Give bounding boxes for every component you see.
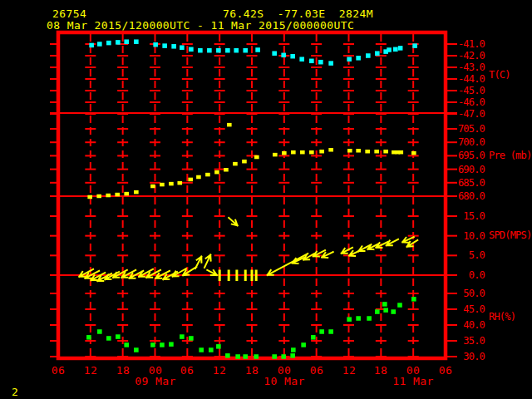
humidity-point xyxy=(116,334,121,339)
meteogram-screen: 26754 76.42S -77.03E 2824M 08 Mar 2015/1… xyxy=(0,0,532,399)
wind-calm-mark xyxy=(255,270,258,282)
humidity-point xyxy=(281,354,286,359)
humidity-axis-title: RH(%) xyxy=(489,311,515,323)
humidity-point xyxy=(382,302,387,307)
pressure-point xyxy=(374,150,379,154)
x-tick-label: 06 xyxy=(431,365,460,377)
humidity-point xyxy=(189,336,194,341)
humidity-point xyxy=(199,347,204,352)
humidity-point xyxy=(272,354,277,359)
temperature-point xyxy=(366,53,371,58)
pressure-point xyxy=(214,170,219,175)
pressure-point xyxy=(300,150,305,155)
temperature-axis-title: T(C) xyxy=(489,69,510,81)
y-tick-label: -45.0 xyxy=(443,85,485,96)
temperature-point xyxy=(375,51,380,55)
pressure-point xyxy=(309,150,314,155)
y-tick-label: 700.0 xyxy=(443,136,485,148)
humidity-point xyxy=(375,309,380,314)
humidity-point xyxy=(319,329,324,334)
pressure-point xyxy=(124,192,129,196)
humidity-point xyxy=(97,329,102,334)
x-tick-label: 12 xyxy=(76,365,105,377)
temperature-point xyxy=(290,54,295,59)
humidity-point xyxy=(180,334,185,339)
humidity-point xyxy=(301,342,306,347)
x-tick-label: 12 xyxy=(335,365,363,377)
pressure-point xyxy=(356,149,361,153)
pressure-point xyxy=(328,148,333,152)
wind-calm-mark xyxy=(235,270,238,282)
temperature-point xyxy=(134,39,139,44)
wind-arrow xyxy=(322,252,333,258)
station-coordinates: 76.42S -77.03E 2824M xyxy=(223,8,373,20)
pressure-point xyxy=(196,175,201,180)
temperature-point xyxy=(299,57,304,62)
wind-arrow xyxy=(402,237,414,243)
temperature-point xyxy=(234,48,239,53)
pressure-point xyxy=(282,151,287,155)
y-tick-label: 680.0 xyxy=(443,190,485,202)
humidity-point xyxy=(391,309,396,314)
humidity-point xyxy=(290,353,295,358)
y-tick-label: 705.0 xyxy=(443,123,485,135)
time-period: 08 Mar 2015/120000UTC - 11 Mar 2015/0000… xyxy=(47,20,354,32)
pressure-point xyxy=(347,149,352,153)
temperature-point xyxy=(162,43,167,48)
station-id: 26754 xyxy=(52,8,86,20)
temperature-point xyxy=(243,48,248,53)
y-tick-label: 35.0 xyxy=(443,335,485,347)
y-tick-label: -42.0 xyxy=(443,50,485,62)
humidity-point xyxy=(209,347,214,352)
pressure-point xyxy=(96,195,101,199)
temperature-point xyxy=(328,61,333,66)
temperature-point xyxy=(106,41,111,46)
temperature-point xyxy=(412,43,417,48)
pressure-point xyxy=(319,150,324,154)
temperature-point xyxy=(398,46,403,51)
humidity-point xyxy=(235,354,240,359)
temperature-point xyxy=(309,59,314,64)
x-tick-label: 18 xyxy=(367,365,395,377)
y-tick-label: 50.0 xyxy=(443,288,485,299)
x-date-label: 09 Mar xyxy=(129,376,182,387)
wind-calm-mark xyxy=(251,270,254,282)
temperature-point xyxy=(393,47,398,52)
temperature-point xyxy=(318,60,323,65)
temperature-point xyxy=(225,48,230,53)
pressure-point xyxy=(150,185,155,189)
y-tick-label: 10.0 xyxy=(443,230,485,242)
humidity-point xyxy=(169,342,174,347)
y-tick-label: -46.0 xyxy=(443,96,485,108)
pressure-point xyxy=(169,182,174,186)
y-tick-label: -47.0 xyxy=(443,108,485,120)
humidity-point xyxy=(216,344,221,349)
y-tick-label: 0.0 xyxy=(443,269,485,281)
pressure-point xyxy=(205,173,210,177)
wind-calm-mark xyxy=(228,270,230,282)
humidity-point xyxy=(243,354,248,359)
pressure-point xyxy=(106,194,111,198)
wind-arrow xyxy=(183,267,196,275)
temperature-point xyxy=(97,42,102,47)
temperature-point xyxy=(272,51,277,55)
wind-arrow xyxy=(387,239,398,245)
pressure-point xyxy=(177,181,182,185)
temperature-point xyxy=(281,53,286,58)
wind-arrow xyxy=(407,240,418,247)
humidity-point xyxy=(86,335,91,340)
temperature-point xyxy=(347,57,352,62)
humidity-point xyxy=(124,342,129,347)
pressure-point xyxy=(160,183,165,187)
humidity-point xyxy=(347,317,352,322)
temperature-point xyxy=(124,39,129,44)
y-tick-label: 15.0 xyxy=(443,210,485,222)
pressure-point xyxy=(134,190,139,195)
y-tick-label: -43.0 xyxy=(443,62,485,73)
pressure-point xyxy=(227,123,232,127)
pressure-point xyxy=(224,168,229,172)
pressure-point xyxy=(87,195,92,200)
x-tick-label: 18 xyxy=(238,365,266,377)
x-tick-label: 06 xyxy=(303,365,331,377)
humidity-point xyxy=(383,308,388,313)
